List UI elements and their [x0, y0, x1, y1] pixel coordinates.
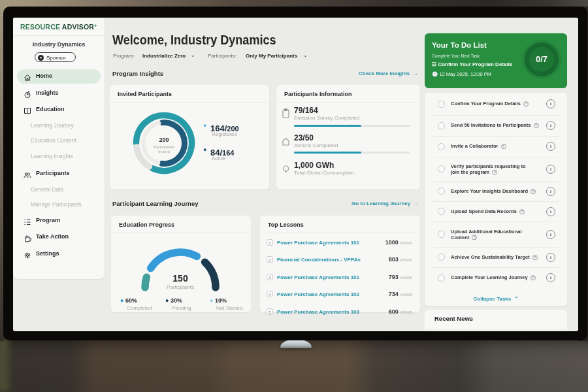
- svg-text:200: 200: [159, 137, 169, 143]
- svg-text:Participants: Participants: [154, 145, 174, 149]
- svg-text:Invited: Invited: [158, 150, 170, 154]
